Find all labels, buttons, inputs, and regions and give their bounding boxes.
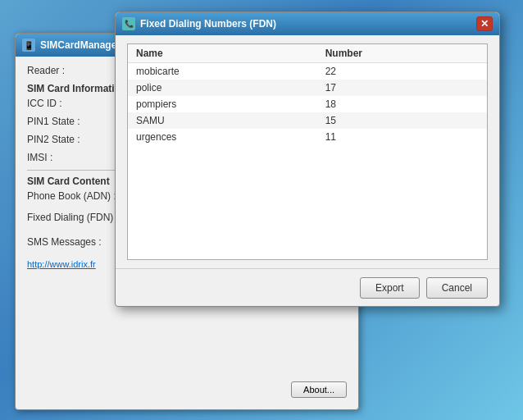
reader-label: Reader :: [27, 65, 125, 76]
fdn-body: Name Number mobicarte22police17pompiers1…: [116, 35, 499, 268]
pin1-label: PIN1 State :: [27, 116, 125, 127]
fdn-table-container: Name Number mobicarte22police17pompiers1…: [127, 43, 488, 260]
fdn-title-icon: 📞: [122, 17, 135, 30]
fdn-table: Name Number mobicarte22police17pompiers1…: [128, 44, 487, 145]
entry-name: police: [128, 80, 317, 96]
bg-title: SIMCardManager: [40, 39, 121, 51]
fdn-close-button[interactable]: ✕: [476, 16, 493, 31]
table-row: pompiers18: [128, 96, 487, 112]
cancel-button[interactable]: Cancel: [426, 277, 488, 299]
col-header-number: Number: [317, 44, 487, 63]
fdn-footer: Export Cancel: [116, 268, 499, 306]
table-row: SAMU15: [128, 112, 487, 129]
table-row: urgences11: [128, 129, 487, 145]
fdn-dialog: 📞 Fixed Dialing Numbers (FDN) ✕ Name Num…: [115, 11, 500, 307]
entry-name: pompiers: [128, 96, 317, 112]
entry-name: SAMU: [128, 112, 317, 129]
entry-number: 18: [317, 96, 487, 112]
table-row: mobicarte22: [128, 63, 487, 80]
entry-name: urgences: [128, 129, 317, 145]
fdn-label: Fixed Dialing (FDN) :: [27, 212, 125, 223]
col-header-name: Name: [128, 44, 317, 63]
fdn-titlebar: 📞 Fixed Dialing Numbers (FDN) ✕: [116, 12, 499, 35]
bg-title-icon: 📱: [22, 39, 35, 52]
sms-label: SMS Messages :: [27, 236, 125, 248]
imsi-label: IMSI :: [27, 152, 125, 163]
about-button[interactable]: About...: [291, 381, 347, 398]
entry-number: 15: [317, 112, 487, 129]
export-button[interactable]: Export: [360, 277, 420, 299]
pin2-label: PIN2 State :: [27, 134, 125, 145]
fdn-dialog-title: Fixed Dialing Numbers (FDN): [140, 18, 476, 30]
entry-number: 17: [317, 80, 487, 96]
entry-number: 22: [317, 63, 487, 80]
entry-number: 11: [317, 129, 487, 145]
entry-name: mobicarte: [128, 63, 317, 80]
phonebook-label: Phone Book (ADN) :: [27, 190, 125, 202]
table-row: police17: [128, 80, 487, 96]
icc-label: ICC ID :: [27, 98, 125, 109]
